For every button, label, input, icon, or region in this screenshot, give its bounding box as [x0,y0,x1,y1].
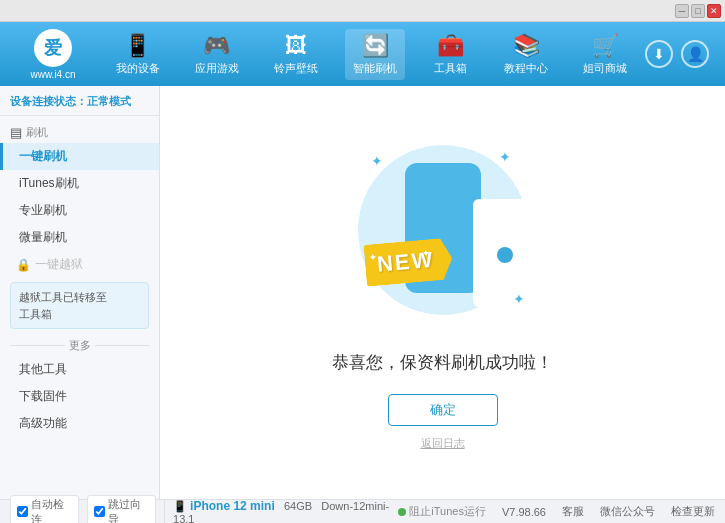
other-tools-label: 其他工具 [19,362,67,376]
more-label: 更多 [69,338,91,353]
sidebar-item-advanced[interactable]: 高级功能 [0,410,159,437]
check-update-link[interactable]: 检查更新 [671,504,715,519]
star-left-icon: ✦ [368,251,377,263]
tutorial-icon: 📚 [513,33,540,59]
flash-section-icon: ▤ [10,125,22,140]
itunes-dot [398,508,406,516]
sidebar-item-download-firmware[interactable]: 下载固件 [0,383,159,410]
nav-store[interactable]: 🛒 姐司商城 [575,29,635,80]
auto-connect-label: 自动检连 [31,497,72,524]
sidebar-item-micro-flash[interactable]: 微量刷机 [0,224,159,251]
store-icon: 🛒 [592,33,619,59]
customer-service-link[interactable]: 客服 [562,504,584,519]
new-ribbon: ✦ NEW ✦ [363,237,454,286]
lock-icon: 🔒 [16,258,31,272]
sidebar-item-pro-flash[interactable]: 专业刷机 [0,197,159,224]
back-log-link[interactable]: 返回日志 [421,436,465,451]
status-value: 正常模式 [87,95,131,107]
connection-status: 设备连接状态：正常模式 [0,90,159,116]
maximize-button[interactable]: □ [691,4,705,18]
confirm-button[interactable]: 确定 [388,394,498,426]
nav-tutorial[interactable]: 📚 教程中心 [496,29,556,80]
nav-items: 📱 我的设备 🎮 应用游戏 🖼 铃声壁纸 🔄 智能刷机 🧰 工具箱 📚 教程中心… [98,29,645,80]
download-firmware-label: 下载固件 [19,389,67,403]
more-divider: 更多 [0,333,159,356]
auto-connect-checkbox[interactable]: 自动检连 [10,495,79,524]
success-message: 恭喜您，保资料刷机成功啦！ [332,351,553,374]
download-button[interactable]: ⬇ [645,40,673,68]
toolbox-icon: 🧰 [437,33,464,59]
smart-flash-label: 智能刷机 [353,61,397,76]
sidebar-item-one-click-flash[interactable]: 一键刷机 [0,143,159,170]
phone-home-button [497,247,513,263]
itunes-flash-label: iTunes刷机 [19,176,79,190]
sidebar: 设备连接状态：正常模式 ▤ 刷机 一键刷机 iTunes刷机 专业刷机 微量刷机… [0,86,160,499]
micro-flash-label: 微量刷机 [19,230,67,244]
sidebar-item-itunes-flash[interactable]: iTunes刷机 [0,170,159,197]
bottom-left: 自动检连 跳过向导 📱 iPhone 12 mini 64GB Down-12m… [10,495,398,524]
advanced-label: 高级功能 [19,416,67,430]
minimize-button[interactable]: ─ [675,4,689,18]
version-label: V7.98.66 [502,506,546,518]
toolbox-label: 工具箱 [434,61,467,76]
jailbreak-label: 一键越狱 [35,256,83,273]
logo-text: www.i4.cn [30,69,75,80]
pro-flash-label: 专业刷机 [19,203,67,217]
close-button[interactable]: ✕ [707,4,721,18]
nav-apps[interactable]: 🎮 应用游戏 [187,29,247,80]
itunes-status: 阻止iTunes运行 [398,504,486,519]
title-bar: ─ □ ✕ [0,0,725,22]
device-name: iPhone 12 mini [190,499,275,513]
skip-wizard-input[interactable] [94,506,105,517]
sparkle-3: ✦ [513,291,525,307]
illustration: ✦ ✦ ✦ ✦ NEW ✦ [343,135,543,335]
star-right-icon: ✦ [421,247,430,259]
device-storage: 64GB [284,500,312,512]
my-device-icon: 📱 [124,33,151,59]
tutorial-label: 教程中心 [504,61,548,76]
jailbreak-notice: 越狱工具已转移至工具箱 [10,282,149,329]
sidebar-item-other-tools[interactable]: 其他工具 [0,356,159,383]
sparkle-1: ✦ [371,153,383,169]
wallpaper-icon: 🖼 [285,33,307,59]
auto-connect-input[interactable] [17,506,28,517]
section-flash: ▤ 刷机 [0,120,159,143]
content-area: ✦ ✦ ✦ ✦ NEW ✦ 恭喜您，保资料刷机成功啦！ 确定 返回日志 [160,86,725,499]
section-flash-label: 刷机 [26,125,48,140]
main-area: 设备连接状态：正常模式 ▤ 刷机 一键刷机 iTunes刷机 专业刷机 微量刷机… [0,86,725,499]
nav-toolbox[interactable]: 🧰 工具箱 [425,29,477,80]
logo[interactable]: 爱 www.i4.cn [8,29,98,80]
logo-icon: 爱 [34,29,72,67]
nav-wallpaper[interactable]: 🖼 铃声壁纸 [266,29,326,80]
bottom-right: 阻止iTunes运行 V7.98.66 客服 微信公众号 检查更新 [398,504,715,519]
store-label: 姐司商城 [583,61,627,76]
header-right: ⬇ 👤 [645,40,717,68]
apps-label: 应用游戏 [195,61,239,76]
wechat-link[interactable]: 微信公众号 [600,504,655,519]
smart-flash-icon: 🔄 [362,33,389,59]
header: 爱 www.i4.cn 📱 我的设备 🎮 应用游戏 🖼 铃声壁纸 🔄 智能刷机 … [0,22,725,86]
notice-text: 越狱工具已转移至工具箱 [19,291,107,320]
skip-wizard-label: 跳过向导 [108,497,149,524]
user-button[interactable]: 👤 [681,40,709,68]
one-click-flash-label: 一键刷机 [19,149,67,163]
bottom-bar: 自动检连 跳过向导 📱 iPhone 12 mini 64GB Down-12m… [0,499,725,523]
sparkle-2: ✦ [499,149,511,165]
device-icon: 📱 [173,500,187,512]
itunes-label: 阻止iTunes运行 [409,504,486,519]
nav-my-device[interactable]: 📱 我的设备 [108,29,168,80]
apps-icon: 🎮 [203,33,230,59]
skip-wizard-checkbox[interactable]: 跳过向导 [87,495,156,524]
my-device-label: 我的设备 [116,61,160,76]
nav-smart-flash[interactable]: 🔄 智能刷机 [345,29,405,80]
sidebar-item-jailbreak-disabled: 🔒 一键越狱 [0,251,159,278]
device-info: 📱 iPhone 12 mini 64GB Down-12mini-13,1 [164,499,398,524]
wallpaper-label: 铃声壁纸 [274,61,318,76]
